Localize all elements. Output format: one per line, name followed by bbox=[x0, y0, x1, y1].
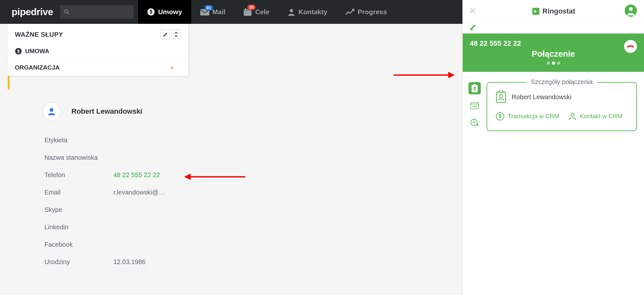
svg-rect-7 bbox=[245, 8, 246, 10]
progress-icon bbox=[346, 9, 355, 15]
calendar-icon: 35 bbox=[243, 8, 252, 16]
dollar-circle-icon: $ bbox=[496, 112, 505, 121]
close-icon bbox=[470, 8, 476, 14]
hangup-button[interactable] bbox=[624, 40, 637, 53]
tab-contact[interactable] bbox=[469, 82, 481, 94]
annotation-arrow-left bbox=[184, 172, 245, 182]
link-transaction-crm[interactable]: $ Transakcja w CRM bbox=[496, 112, 559, 121]
mail-icon: 91 bbox=[200, 8, 209, 15]
nav-label: Kontakty bbox=[298, 8, 327, 16]
svg-text:$: $ bbox=[149, 9, 152, 14]
panel-row-org[interactable]: ORGANIZACJA bbox=[8, 59, 188, 76]
pencil-icon bbox=[163, 32, 168, 37]
call-details-box: Szczegóły połączenia Robert Lewandowski … bbox=[487, 82, 637, 131]
close-button[interactable] bbox=[470, 7, 476, 15]
nav-label: Mail bbox=[213, 8, 226, 16]
search-input[interactable] bbox=[60, 5, 134, 19]
deal-icon: $ bbox=[147, 8, 155, 16]
svg-text:$: $ bbox=[17, 49, 20, 54]
field-skype: Skype bbox=[44, 201, 188, 218]
search-icon bbox=[63, 9, 70, 15]
chevron-updown-icon bbox=[174, 32, 178, 37]
call-banner: 48 22 555 22 22 Połączenie bbox=[463, 34, 644, 72]
contact-avatar[interactable] bbox=[43, 102, 61, 120]
panel-row-deal[interactable]: $ UMOWA bbox=[8, 43, 188, 59]
svg-point-0 bbox=[64, 10, 68, 13]
svg-point-32 bbox=[571, 113, 574, 116]
call-history-icon bbox=[470, 119, 479, 128]
svg-text:LIVE: LIVE bbox=[472, 105, 477, 108]
phone-hangup-icon bbox=[626, 44, 635, 49]
field-stanowisko: Nazwa stanowiska bbox=[44, 149, 188, 166]
svg-point-21 bbox=[474, 87, 476, 89]
details-title: Szczegóły połączenia bbox=[526, 78, 597, 86]
field-urodziny: Urodziny12.03.1986 bbox=[44, 253, 188, 271]
nav-label: Umowy bbox=[158, 8, 182, 16]
id-badge-icon bbox=[496, 90, 507, 103]
svg-point-17 bbox=[629, 7, 633, 11]
field-email: Emailr.levandowski@… bbox=[44, 184, 188, 201]
svg-rect-27 bbox=[497, 92, 506, 103]
id-badge-icon bbox=[471, 84, 478, 92]
panel-title: WAŻNE SŁUPY bbox=[15, 31, 63, 38]
ringostat-brand-label: Ringostat bbox=[543, 7, 575, 15]
field-etykieta: Etykieta bbox=[44, 131, 188, 149]
call-status: Połączenie bbox=[470, 49, 637, 59]
row-label: ORGANIZACJA bbox=[15, 64, 60, 71]
field-facebook: Facebook bbox=[44, 236, 188, 253]
user-avatar[interactable] bbox=[625, 5, 637, 18]
svg-line-1 bbox=[67, 13, 69, 14]
contact-name[interactable]: Robert Lewandowski bbox=[71, 107, 142, 116]
svg-point-29 bbox=[499, 95, 502, 98]
edit-call-button[interactable] bbox=[470, 24, 477, 32]
phone-link[interactable]: 48 22 555 22 22 bbox=[113, 171, 160, 179]
contact-card: Robert Lewandowski Etykieta Nazwa stanow… bbox=[8, 90, 188, 287]
org-indicator bbox=[163, 64, 181, 71]
person-icon bbox=[568, 112, 577, 120]
email-link[interactable]: r.levandowski@… bbox=[113, 189, 165, 196]
call-phone-number: 48 22 555 22 22 bbox=[470, 39, 637, 48]
svg-marker-34 bbox=[448, 72, 455, 78]
svg-rect-20 bbox=[474, 84, 476, 85]
ringostat-header: Ringostat bbox=[463, 0, 644, 23]
ringostat-panel: Ringostat 48 22 555 22 22 Połączenie LIV… bbox=[462, 0, 644, 295]
brand-logo: pipedrive bbox=[0, 6, 60, 17]
left-panel: WAŻNE SŁUPY $ UMOWA ORGANIZACJA bbox=[8, 24, 188, 76]
nav-kontakty[interactable]: Kontakty bbox=[279, 0, 336, 24]
cele-badge: 35 bbox=[247, 5, 256, 10]
status-dots bbox=[470, 62, 637, 65]
nav-mail[interactable]: 91 Mail bbox=[191, 0, 235, 24]
nav-label: Progress bbox=[358, 8, 387, 16]
deal-icon: $ bbox=[15, 48, 22, 55]
annotation-arrow-right bbox=[393, 70, 455, 80]
live-icon: LIVE bbox=[470, 102, 479, 109]
edit-button[interactable] bbox=[160, 30, 170, 39]
avatar-icon bbox=[625, 5, 637, 17]
nav-umowy[interactable]: $ Umowy bbox=[138, 0, 191, 24]
field-telefon: Telefon48 22 555 22 22 bbox=[44, 166, 188, 184]
pencil-icon bbox=[470, 24, 477, 30]
ringostat-logo-icon bbox=[532, 7, 540, 15]
link-contact-crm[interactable]: Kontakt w CRM bbox=[568, 112, 622, 121]
tab-live[interactable]: LIVE bbox=[469, 100, 481, 112]
nav-progress[interactable]: Progress bbox=[336, 0, 396, 24]
row-label: UMOWA bbox=[25, 48, 49, 55]
nav-cele[interactable]: 35 Cele bbox=[234, 0, 278, 24]
svg-rect-22 bbox=[473, 90, 477, 90]
svg-rect-28 bbox=[499, 90, 502, 93]
svg-text:$: $ bbox=[499, 113, 502, 119]
details-contact-name: Robert Lewandowski bbox=[512, 93, 572, 101]
svg-point-9 bbox=[290, 9, 293, 12]
field-linkedin: Linkedin bbox=[44, 218, 188, 236]
nav-label: Cele bbox=[255, 8, 269, 16]
tab-history[interactable] bbox=[469, 117, 481, 129]
person-icon bbox=[47, 107, 56, 116]
mail-badge: 91 bbox=[204, 5, 213, 11]
ringostat-tabs: LIVE bbox=[469, 78, 481, 131]
svg-point-12 bbox=[50, 108, 53, 112]
expand-button[interactable] bbox=[171, 30, 181, 39]
person-icon bbox=[288, 8, 295, 16]
